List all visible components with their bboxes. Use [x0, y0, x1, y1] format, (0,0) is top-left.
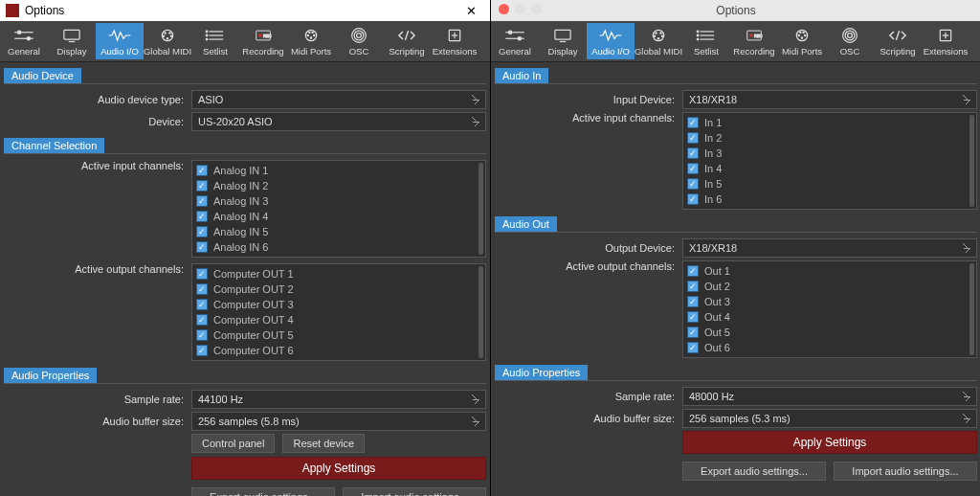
checkbox-icon[interactable] — [687, 132, 699, 144]
globalmidi-icon — [646, 27, 671, 44]
tab-label: OSC — [349, 46, 369, 56]
channel-item[interactable]: Out 3 — [687, 294, 972, 309]
checkbox-icon[interactable] — [196, 299, 208, 310]
checkbox-icon[interactable] — [687, 178, 699, 190]
checkbox-icon[interactable] — [196, 195, 208, 207]
channel-item[interactable]: Analog IN 2 — [196, 178, 481, 193]
export-audio-settings-button[interactable]: Export audio settings... — [191, 487, 335, 496]
tab-osc[interactable]: OSC — [335, 23, 383, 59]
checkbox-icon[interactable] — [196, 180, 208, 192]
checkbox-icon[interactable] — [687, 193, 699, 205]
tab-scripting[interactable]: Scripting — [383, 23, 431, 59]
checkbox-icon[interactable] — [196, 314, 208, 326]
checkbox-icon[interactable] — [196, 226, 208, 237]
channel-item[interactable]: Computer OUT 4 — [196, 312, 481, 327]
sample-rate-select[interactable]: 48000 Hz — [682, 387, 977, 406]
tab-recording[interactable]: RECRecording — [730, 23, 778, 59]
apply-settings-button[interactable]: Apply Settings — [682, 431, 977, 454]
channel-item[interactable]: Computer OUT 6 — [196, 343, 481, 358]
tab-globalmidi[interactable]: Global MIDI — [144, 23, 191, 59]
tab-audioio[interactable]: Audio I/O — [587, 23, 635, 59]
checkbox-icon[interactable] — [196, 268, 208, 280]
channel-item[interactable]: Out 1 — [687, 263, 972, 279]
import-audio-settings-button[interactable]: Import audio settings... — [343, 487, 486, 496]
tab-display[interactable]: Display — [48, 23, 96, 59]
channel-item[interactable]: Out 2 — [687, 279, 972, 294]
output-channel-list[interactable]: Computer OUT 1Computer OUT 2Computer OUT… — [191, 263, 486, 361]
checkbox-icon[interactable] — [196, 329, 208, 341]
window-close-button[interactable] — [499, 4, 509, 14]
tab-extensions[interactable]: Extensions — [922, 23, 969, 59]
channel-item[interactable]: Computer OUT 2 — [196, 282, 481, 297]
audio-device-type-select[interactable]: ASIO — [191, 90, 486, 109]
tab-globalmidi[interactable]: Global MIDI — [635, 23, 682, 59]
control-panel-button[interactable]: Control panel — [191, 434, 275, 453]
channel-item[interactable]: Computer OUT 3 — [196, 297, 481, 312]
channel-item[interactable]: In 5 — [687, 176, 972, 192]
section-audio-device: Audio Device — [4, 68, 81, 83]
output-device-select[interactable]: X18/XR18 — [682, 238, 977, 258]
tab-setlist[interactable]: Setlist — [191, 23, 239, 59]
window-close-button[interactable]: ✕ — [457, 4, 484, 18]
channel-label: Analog IN 2 — [213, 180, 268, 192]
checkbox-icon[interactable] — [196, 241, 208, 253]
checkbox-icon[interactable] — [687, 281, 699, 292]
channel-item[interactable]: In 2 — [687, 130, 972, 146]
checkbox-icon[interactable] — [196, 345, 208, 356]
channel-item[interactable]: In 6 — [687, 192, 972, 207]
checkbox-icon[interactable] — [196, 165, 208, 176]
import-audio-settings-button[interactable]: Import audio settings... — [834, 462, 977, 481]
buffer-size-select[interactable]: 256 samples (5.8 ms) — [191, 412, 486, 431]
channel-item[interactable]: Out 4 — [687, 309, 972, 325]
sample-rate-select[interactable]: 44100 Hz — [191, 390, 486, 409]
export-audio-settings-button[interactable]: Export audio settings... — [682, 462, 826, 481]
window-minimize-button[interactable] — [515, 4, 525, 14]
channel-item[interactable]: Analog IN 6 — [196, 239, 481, 255]
tab-label: Setlist — [203, 46, 228, 56]
input-channel-list[interactable]: Analog IN 1Analog IN 2Analog IN 3Analog … — [191, 160, 486, 258]
tab-label: Midi Ports — [782, 46, 822, 56]
tab-osc[interactable]: OSC — [826, 23, 874, 59]
tab-setlist[interactable]: Setlist — [682, 23, 730, 59]
checkbox-icon[interactable] — [687, 265, 699, 277]
checkbox-icon[interactable] — [687, 342, 699, 353]
tab-audioio[interactable]: Audio I/O — [96, 23, 144, 59]
buffer-size-select[interactable]: 256 samples (5.3 ms) — [682, 409, 977, 428]
checkbox-icon[interactable] — [687, 296, 699, 307]
tab-scripting[interactable]: Scripting — [874, 23, 922, 59]
window-zoom-button[interactable] — [531, 4, 542, 14]
input-device-select[interactable]: X18/XR18 — [682, 90, 977, 109]
apply-settings-button[interactable]: Apply Settings — [191, 457, 486, 480]
tab-general[interactable]: General — [491, 23, 539, 59]
checkbox-icon[interactable] — [687, 327, 699, 338]
channel-item[interactable]: Analog IN 1 — [196, 163, 481, 178]
tab-extensions[interactable]: Extensions — [431, 23, 479, 59]
checkbox-icon[interactable] — [196, 283, 208, 295]
tab-general[interactable]: General — [0, 23, 48, 59]
channel-item[interactable]: Out 6 — [687, 340, 972, 355]
tab-midiports[interactable]: Midi Ports — [778, 23, 826, 59]
channel-label: In 4 — [704, 163, 722, 174]
checkbox-icon[interactable] — [687, 117, 699, 128]
tab-recording[interactable]: RECRecording — [239, 23, 287, 59]
output-channel-list[interactable]: Out 1Out 2Out 3Out 4Out 5Out 6 — [682, 260, 977, 358]
checkbox-icon[interactable] — [687, 147, 699, 159]
channel-item[interactable]: Analog IN 3 — [196, 193, 481, 209]
channel-item[interactable]: Analog IN 5 — [196, 224, 481, 239]
channel-item[interactable]: Analog IN 4 — [196, 209, 481, 224]
input-channel-list[interactable]: In 1In 2In 3In 4In 5In 6 — [682, 112, 977, 210]
channel-item[interactable]: Computer OUT 5 — [196, 327, 481, 343]
tab-midiports[interactable]: Midi Ports — [287, 23, 335, 59]
checkbox-icon[interactable] — [196, 211, 208, 222]
channel-item[interactable]: In 1 — [687, 115, 972, 130]
channel-item[interactable]: In 4 — [687, 161, 972, 176]
reset-device-button[interactable]: Reset device — [282, 434, 365, 453]
device-select[interactable]: US-20x20 ASIO — [191, 112, 486, 131]
label-device: Device: — [4, 116, 191, 127]
channel-item[interactable]: In 3 — [687, 146, 972, 161]
channel-item[interactable]: Computer OUT 1 — [196, 266, 481, 282]
checkbox-icon[interactable] — [687, 163, 699, 174]
tab-display[interactable]: Display — [539, 23, 587, 59]
channel-item[interactable]: Out 5 — [687, 325, 972, 340]
checkbox-icon[interactable] — [687, 311, 699, 323]
